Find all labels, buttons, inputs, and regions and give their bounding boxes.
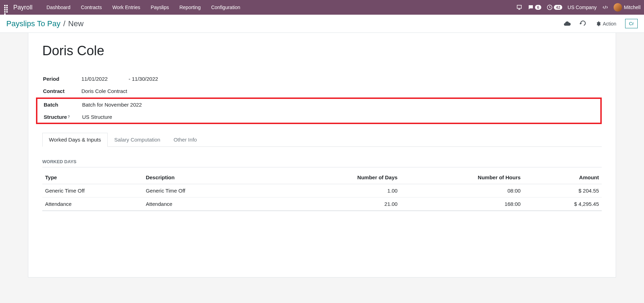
- section-title: Worked Days: [42, 159, 602, 167]
- employee-name: Doris Cole: [42, 43, 602, 58]
- create-button[interactable]: Cr: [625, 19, 638, 28]
- nav-work-entries[interactable]: Work Entries: [107, 1, 145, 14]
- cell-description: Attendance: [143, 197, 299, 211]
- save-cloud-icon[interactable]: [563, 20, 571, 28]
- th-hours[interactable]: Number of Hours: [400, 171, 523, 184]
- form-fields-top: Period 11/01/2022 - 11/30/2022 Contract …: [43, 76, 218, 94]
- cell-description: Generic Time Off: [143, 184, 299, 197]
- form-fields-highlighted: Batch Batch for November 2022 Structure?…: [44, 102, 197, 120]
- cell-type: Generic Time Off: [42, 184, 143, 197]
- form-sheet: Doris Cole Period 11/01/2022 - 11/30/202…: [28, 33, 616, 277]
- messages-badge: 6: [535, 5, 541, 10]
- breadcrumb-current: New: [68, 19, 84, 28]
- user-name: Mitchell: [624, 5, 641, 10]
- tab-other-info[interactable]: Other Info: [167, 133, 204, 146]
- action-button[interactable]: Action: [595, 21, 616, 27]
- contract-label: Contract: [43, 88, 81, 94]
- th-amount[interactable]: Amount: [523, 171, 602, 184]
- table-header-row: Type Description Number of Days Number o…: [42, 171, 602, 184]
- breadcrumb-bar: Payslips To Pay / New Action Cr: [0, 15, 644, 33]
- tab-salary-computation[interactable]: Salary Computation: [108, 133, 167, 146]
- table-row[interactable]: Generic Time Off Generic Time Off 1.00 0…: [42, 184, 602, 197]
- apps-icon[interactable]: [3, 4, 10, 10]
- cell-hours: 168:00: [400, 197, 523, 211]
- avatar: [614, 3, 622, 12]
- cell-days: 1.00: [299, 184, 400, 197]
- worked-days-table: Type Description Number of Days Number o…: [42, 171, 602, 211]
- th-description[interactable]: Description: [143, 171, 299, 184]
- action-label: Action: [603, 21, 616, 27]
- topbar-right: 6 42 US Company Mitchell: [516, 3, 641, 12]
- debug-icon[interactable]: [602, 4, 608, 10]
- user-menu[interactable]: Mitchell: [614, 3, 641, 12]
- period-from: 11/01/2022: [81, 76, 108, 82]
- th-type[interactable]: Type: [42, 171, 143, 184]
- nav-payslips[interactable]: Payslips: [145, 1, 174, 14]
- breadcrumb-parent[interactable]: Payslips To Pay: [6, 19, 60, 28]
- activities-icon[interactable]: 42: [547, 4, 562, 10]
- discard-icon[interactable]: [580, 20, 587, 27]
- activities-badge: 42: [554, 5, 562, 10]
- structure-label: Structure?: [44, 114, 82, 120]
- content-area: Doris Cole Period 11/01/2022 - 11/30/202…: [0, 33, 644, 277]
- app-name[interactable]: Payroll: [13, 4, 32, 11]
- tab-worked-days[interactable]: Worked Days & Inputs: [42, 133, 108, 147]
- contract-value[interactable]: Doris Cole Contract: [81, 88, 218, 94]
- batch-label: Batch: [44, 102, 82, 108]
- breadcrumb-actions: Action Cr: [563, 19, 638, 28]
- help-icon[interactable]: ?: [68, 115, 70, 119]
- breadcrumb-separator: /: [63, 19, 65, 28]
- th-days[interactable]: Number of Days: [299, 171, 400, 184]
- company-selector[interactable]: US Company: [567, 5, 596, 10]
- breadcrumb: Payslips To Pay / New: [6, 19, 84, 28]
- messages-icon[interactable]: 6: [528, 4, 541, 10]
- table-row[interactable]: Attendance Attendance 21.00 168:00 $ 4,2…: [42, 197, 602, 211]
- period-to: - 11/30/2022: [129, 76, 158, 82]
- topbar-left: Payroll Dashboard Contracts Work Entries…: [3, 1, 245, 14]
- cell-hours: 08:00: [400, 184, 523, 197]
- cell-type: Attendance: [42, 197, 143, 211]
- period-value[interactable]: 11/01/2022 - 11/30/2022: [81, 76, 218, 82]
- nav-contracts[interactable]: Contracts: [76, 1, 107, 14]
- structure-value[interactable]: US Structure: [82, 114, 197, 120]
- nav-reporting[interactable]: Reporting: [174, 1, 206, 14]
- cell-amount: $ 4,295.45: [523, 197, 602, 211]
- cell-amount: $ 204.55: [523, 184, 602, 197]
- period-label: Period: [43, 76, 81, 82]
- batch-value[interactable]: Batch for November 2022: [82, 102, 197, 108]
- nav-configuration[interactable]: Configuration: [206, 1, 245, 14]
- tabs: Worked Days & Inputs Salary Computation …: [42, 133, 602, 147]
- phone-icon[interactable]: [516, 4, 522, 10]
- nav-dashboard[interactable]: Dashboard: [41, 1, 76, 14]
- highlight-annotation: Batch Batch for November 2022 Structure?…: [36, 98, 602, 124]
- topbar: Payroll Dashboard Contracts Work Entries…: [0, 0, 644, 15]
- cell-days: 21.00: [299, 197, 400, 211]
